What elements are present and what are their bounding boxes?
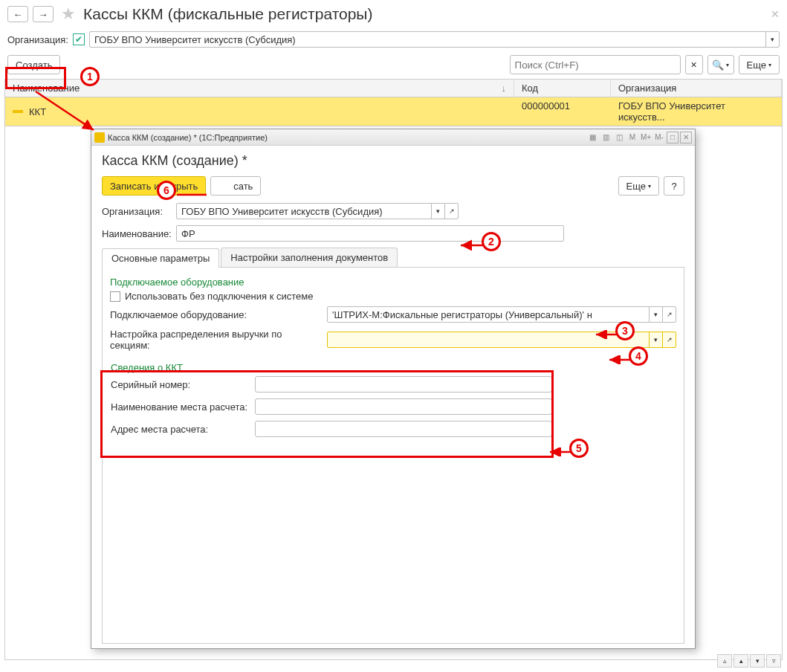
dropdown-icon[interactable]: ▾ (431, 204, 444, 219)
serial-input[interactable] (255, 376, 552, 392)
org-filter-label: Организация: (7, 34, 68, 45)
scroll-down-button[interactable]: ▾ (750, 654, 765, 668)
help-button[interactable]: ? (664, 176, 684, 196)
org-filter-input[interactable]: ГОБУ ВПО Университет искусств (Субсидия)… (89, 31, 780, 48)
use-offline-label: Использовать без подключения к системе (125, 291, 313, 302)
open-icon[interactable]: ↗ (662, 307, 676, 322)
callout-5: 5 (569, 439, 589, 458)
section-kkt-title: Сведения о ККТ (111, 362, 676, 373)
row-org: ГОБУ ВПО Университет искусств... (611, 97, 782, 126)
serial-label: Серийный номер: (111, 379, 255, 390)
dlg-org-value: ГОБУ ВПО Университет искусств (Субсидия) (181, 206, 383, 217)
scroll-top-button[interactable]: ▵ (717, 654, 732, 668)
close-icon[interactable]: ✕ (771, 8, 780, 20)
sort-icon: ↓ (502, 83, 507, 94)
table-row[interactable]: ККТ 000000001 ГОБУ ВПО Университет искус… (5, 97, 782, 126)
tb-mplus[interactable]: M+ (640, 132, 652, 143)
search-clear-button[interactable]: ✕ (685, 55, 703, 74)
more-button[interactable]: Еще▾ (739, 55, 780, 74)
equip-input[interactable]: 'ШТРИХ-М:Фискальные регистраторы (Универ… (327, 306, 676, 323)
tb-restore-icon[interactable]: □ (667, 132, 678, 143)
app-icon (94, 132, 105, 143)
dialog-title: Касса ККМ (создание) * (102, 153, 684, 169)
place-addr-label: Адрес места расчета: (111, 424, 255, 435)
dropdown-icon[interactable]: ▾ (765, 32, 779, 47)
place-name-label: Наименование места расчета: (111, 401, 255, 413)
callout-4: 4 (629, 346, 648, 366)
nav-back-button[interactable]: ← (7, 6, 28, 22)
callout-1: 1 (80, 67, 100, 86)
callout-6: 6 (157, 181, 176, 200)
org-filter-value: ГОБУ ВПО Университет искусств (Субсидия) (94, 34, 296, 45)
favorite-star-icon[interactable]: ★ (61, 4, 76, 24)
use-offline-checkbox[interactable] (110, 291, 120, 302)
dropdown-icon[interactable]: ▾ (649, 332, 662, 347)
page-title: Кассы ККМ (фискальные регистраторы) (83, 5, 372, 23)
search-button[interactable]: 🔍▾ (707, 55, 734, 74)
window-title: Касса ККМ (создание) * (1С:Предприятие) (108, 133, 268, 142)
scroll-bottom-button[interactable]: ▿ (766, 654, 781, 668)
save-button[interactable]: сать (210, 176, 261, 196)
row-name: ККТ (29, 106, 46, 117)
place-addr-input[interactable] (255, 421, 552, 437)
save-close-button[interactable]: Записать и закрыть (102, 176, 206, 196)
dialog-more-button[interactable]: Еще▾ (618, 176, 659, 196)
tb-calc-icon[interactable]: ▥ (600, 132, 612, 143)
create-button[interactable]: Создать (7, 55, 60, 74)
equip-label: Подключаемое оборудование: (110, 309, 324, 320)
open-icon[interactable]: ↗ (444, 204, 458, 219)
row-code: 000000001 (514, 97, 611, 126)
open-icon[interactable]: ↗ (662, 332, 676, 347)
section-equipment-title: Подключаемое оборудование (110, 277, 676, 288)
tab-settings[interactable]: Настройки заполнения документов (221, 248, 398, 267)
callout-2: 2 (482, 232, 501, 251)
scroll-up-button[interactable]: ▴ (733, 654, 748, 668)
row-icon (13, 110, 23, 113)
kkm-create-dialog: Касса ККМ (создание) * (1С:Предприятие) … (91, 129, 696, 649)
equip-value: 'ШТРИХ-М:Фискальные регистраторы (Универ… (332, 307, 649, 322)
dropdown-icon[interactable]: ▾ (649, 307, 662, 322)
tb-mminus[interactable]: M- (653, 132, 665, 143)
tb-m[interactable]: M (626, 132, 638, 143)
nav-forward-button[interactable]: → (33, 6, 54, 22)
dlg-name-value: ФР (181, 228, 195, 239)
search-input[interactable] (510, 55, 681, 74)
col-code-header[interactable]: Код (514, 80, 611, 97)
tb-doc-icon[interactable]: ▦ (586, 132, 598, 143)
dlg-name-input[interactable]: ФР (176, 225, 564, 242)
dlg-org-input[interactable]: ГОБУ ВПО Университет искусств (Субсидия)… (176, 203, 459, 219)
tb-close-icon[interactable]: ✕ (680, 132, 692, 143)
org-filter-checkbox[interactable]: ✔ (73, 33, 85, 45)
place-name-input[interactable] (255, 398, 552, 415)
magnify-icon: 🔍 (712, 59, 724, 71)
dlg-org-label: Организация: (102, 206, 173, 217)
tab-main[interactable]: Основные параметры (102, 248, 219, 268)
col-org-header[interactable]: Организация (611, 80, 782, 97)
dlg-name-label: Наименование: (102, 228, 173, 239)
tb-calendar-icon[interactable]: ◫ (613, 132, 625, 143)
callout-3: 3 (615, 321, 635, 340)
sections-label: Настройка распределения выручки по секци… (110, 329, 324, 351)
